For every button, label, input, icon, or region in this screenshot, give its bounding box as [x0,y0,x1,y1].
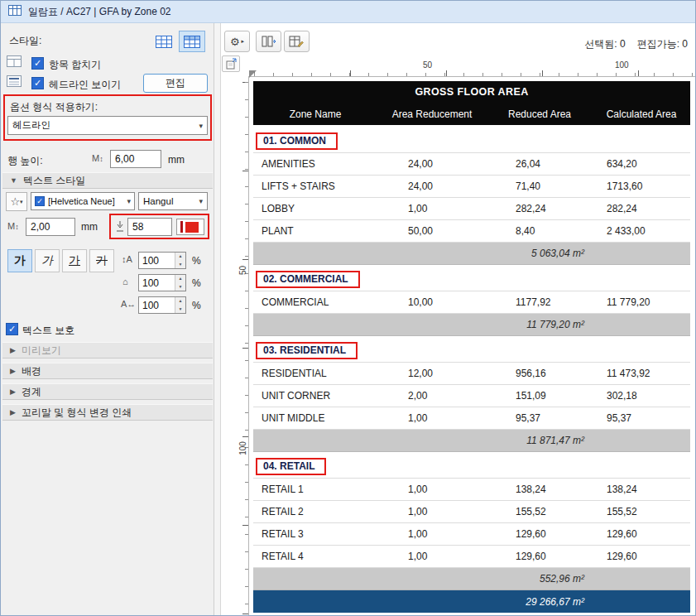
font-checkbox[interactable]: ✓ [35,196,45,206]
show-headline-checkbox[interactable]: ✓ [31,77,44,89]
cell-zone-name[interactable]: PLANT [253,225,408,237]
cell-area-reducement[interactable]: 12,00 [408,368,516,379]
section-preview[interactable]: ▶ 미리보기 [2,342,213,359]
set-origin-button[interactable] [222,55,240,72]
pen-color-block [185,222,199,233]
cell-area-reducement[interactable]: 1,00 [408,528,516,540]
merge-items-checkbox[interactable]: ✓ [31,57,44,70]
grand-total-row[interactable]: 29 266,67 m² [253,590,690,613]
cell-calculated-area[interactable]: 302,18 [607,390,690,402]
char-spacing-field[interactable]: 100 ▲▼ [138,296,186,314]
section-background[interactable]: ▶ 배경 [2,363,213,379]
apply-format-dropdown[interactable]: 헤드라인 ▾ [7,116,208,135]
cell-calculated-area[interactable]: 282,24 [607,203,690,214]
cell-zone-name[interactable]: RETAIL 3 [253,528,408,540]
pen-color-swatch[interactable] [176,219,204,235]
cell-area-reducement[interactable]: 24,00 [408,180,516,192]
schedule-style-normal-button[interactable] [151,31,177,52]
text-strike-button[interactable]: 가 [89,249,114,272]
cell-reduced-area[interactable]: 129,60 [516,528,607,540]
font-dropdown[interactable]: ✓ [Helvetica Neue] ▾ [31,192,135,210]
selection-status: 선택됨: 0 편집가능: 0 [584,37,688,51]
cell-calculated-area[interactable]: 95,37 [607,412,690,424]
cell-zone-name[interactable]: RETAIL 2 [253,506,408,517]
cell-calculated-area[interactable]: 138,24 [607,484,690,495]
cell-reduced-area[interactable]: 26,04 [516,158,607,170]
cell-area-reducement[interactable]: 1,00 [408,412,516,424]
cell-calculated-area[interactable]: 129,60 [607,528,690,540]
section-footer[interactable]: ▶ 꼬리말 및 형식 변경 인쇄 [2,404,213,421]
text-underline-button[interactable]: 가 [62,249,87,272]
cell-reduced-area[interactable]: 282,24 [516,203,607,214]
cell-zone-name[interactable]: UNIT MIDDLE [253,412,408,424]
cell-zone-name[interactable]: LIFTS + STAIRS [253,180,408,192]
group-header-row[interactable]: 01. COMMON [253,130,690,153]
cell-calculated-area[interactable]: 155,52 [607,506,690,517]
cell-reduced-area[interactable]: 8,40 [516,225,607,237]
edit-button[interactable]: 편집 [143,74,208,93]
cell-area-reducement[interactable]: 1,00 [408,484,516,495]
group-subtotal-row[interactable]: 11 779,20 m² [253,314,690,336]
cell-reduced-area[interactable]: 138,24 [516,484,607,495]
cell-area-reducement[interactable]: 50,00 [408,225,516,237]
cell-calculated-area[interactable]: 11 779,20 [607,296,690,308]
group-header-row[interactable]: 04. RETAIL [253,455,690,479]
stepper-arrows[interactable]: ▲▼ [175,253,185,268]
cell-area-reducement[interactable]: 1,00 [408,203,516,214]
char-width-field[interactable]: 100 ▲▼ [138,274,186,291]
line-spacing-field[interactable]: 100 ▲▼ [138,252,186,269]
cell-calculated-area[interactable]: 1713,60 [607,180,690,192]
edit-headline-button[interactable] [284,31,310,52]
panel-scrollbar[interactable] [214,23,221,616]
text-protect-checkbox[interactable]: ✓ [6,323,18,335]
group-title-annotated[interactable]: 01. COMMON [256,132,338,150]
cell-reduced-area[interactable]: 1177,92 [516,296,607,308]
section-border[interactable]: ▶ 경계 [2,383,213,400]
cell-reduced-area[interactable]: 95,37 [516,412,607,424]
cell-area-reducement[interactable]: 1,00 [408,551,516,562]
group-title-annotated[interactable]: 02. COMMERCIAL [256,271,360,288]
text-bold-button[interactable]: 가 [7,249,32,272]
section-text-style[interactable]: ▼ 텍스트 스타일 [2,172,213,189]
settings-button[interactable]: ⚙▸ [224,31,250,52]
stepper-arrows[interactable]: ▲▼ [175,275,185,291]
group-header-row[interactable]: 02. COMMERCIAL [253,268,690,291]
font-size-field[interactable]: 2,00 [26,218,75,236]
cell-reduced-area[interactable]: 71,40 [516,180,607,192]
cell-zone-name[interactable]: UNIT CORNER [253,390,408,402]
group-title-annotated[interactable]: 03. RESIDENTIAL [256,342,358,359]
cell-zone-name[interactable]: RETAIL 4 [253,551,408,562]
cell-calculated-area[interactable]: 11 473,92 [607,368,690,379]
cell-area-reducement[interactable]: 2,00 [408,390,516,402]
cell-zone-name[interactable]: LOBBY [253,203,408,214]
row-height-field[interactable]: 6,00 [110,150,161,168]
cell-zone-name[interactable]: AMENITIES [253,158,408,170]
group-header-row[interactable]: 03. RESIDENTIAL [253,339,690,363]
column-width-button[interactable] [256,31,281,52]
group-title-annotated[interactable]: 04. RETAIL [256,458,326,475]
cell-area-reducement[interactable]: 10,00 [408,296,516,308]
group-subtotal-row[interactable]: 552,96 m² [253,568,690,590]
cell-reduced-area[interactable]: 129,60 [516,551,607,562]
h-ruler-50: 50 [423,60,432,70]
group-subtotal-row[interactable]: 5 063,04 m² [253,243,690,265]
cell-reduced-area[interactable]: 155,52 [516,506,607,517]
cell-calculated-area[interactable]: 2 433,00 [607,225,690,237]
cell-zone-name[interactable]: RETAIL 1 [253,484,408,495]
script-dropdown[interactable]: Hangul ▾ [138,192,208,210]
cell-reduced-area[interactable]: 151,09 [516,390,607,402]
schedule-style-header-button[interactable] [179,31,205,52]
cell-zone-name[interactable]: COMMERCIAL [253,296,408,308]
merge-items-label: 항목 합치기 [49,58,101,72]
pen-number-field[interactable]: 58 [127,218,172,236]
stepper-arrows[interactable]: ▲▼ [175,297,185,313]
favorites-button[interactable]: ☆▾ [6,192,27,211]
group-subtotal-row[interactable]: 11 871,47 m² [253,430,690,452]
cell-area-reducement[interactable]: 1,00 [408,506,516,517]
cell-zone-name[interactable]: RESIDENTIAL [253,368,408,379]
text-italic-button[interactable]: 가 [35,249,60,272]
cell-reduced-area[interactable]: 956,16 [516,368,607,379]
cell-area-reducement[interactable]: 24,00 [408,158,516,170]
cell-calculated-area[interactable]: 129,60 [607,551,690,562]
cell-calculated-area[interactable]: 634,20 [607,158,690,170]
